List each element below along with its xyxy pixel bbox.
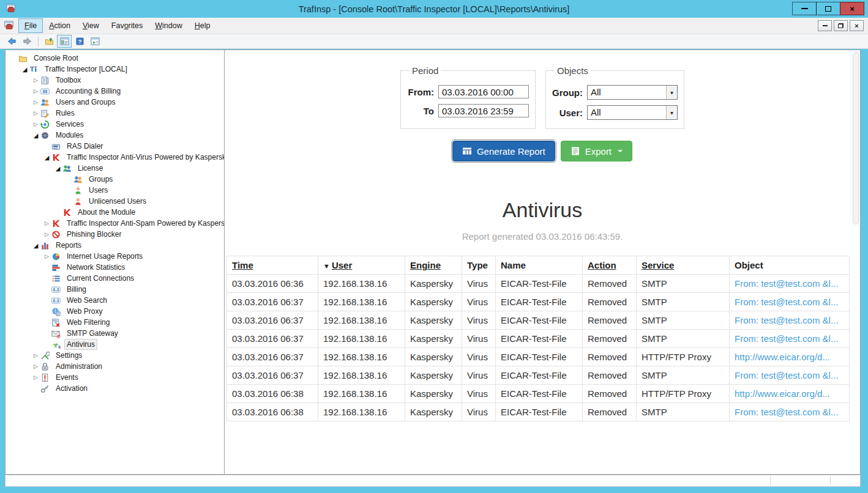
- cell-name: EICAR-Test-File: [496, 366, 583, 385]
- minimize-button[interactable]: [792, 2, 817, 15]
- tree-item-about-the-module[interactable]: About the Module: [6, 207, 224, 218]
- column-header-user[interactable]: ▼User: [318, 256, 405, 275]
- tree-item-billing[interactable]: 6.3Billing: [6, 284, 224, 295]
- tree-item-label: Network Statistics: [64, 262, 127, 273]
- cell-service: SMTP: [637, 330, 730, 348]
- tree-item-traffic-inspector-anti-spam-powered-by-kaspersky[interactable]: ▷Traffic Inspector Anti-Spam Powered by …: [6, 218, 224, 229]
- tree-item-events[interactable]: ▷Events: [6, 372, 224, 383]
- menu-help[interactable]: Help: [189, 18, 217, 33]
- child-close-button[interactable]: ×: [850, 20, 864, 31]
- cell-action: Removed: [583, 366, 637, 385]
- report-generated-text: Report generated 03.03.2016 06:43:59.: [225, 231, 860, 242]
- menu-file[interactable]: File: [18, 18, 43, 33]
- tree-item-modules[interactable]: ◢Modules: [6, 130, 224, 141]
- vertical-scrollbar[interactable]: [851, 50, 860, 474]
- expand-arrow-icon[interactable]: ▷: [31, 363, 40, 369]
- tree-item-reports[interactable]: ◢Reports: [6, 240, 224, 251]
- menu-favorites[interactable]: Favorites: [105, 18, 149, 33]
- expand-arrow-icon[interactable]: ▷: [42, 220, 51, 226]
- collapse-arrow-icon[interactable]: ◢: [31, 132, 40, 139]
- generate-report-button[interactable]: Generate Report: [452, 141, 555, 161]
- tree-item-groups[interactable]: Groups: [6, 174, 224, 185]
- column-header-engine[interactable]: Engine: [405, 256, 462, 275]
- window-controls: ×: [793, 2, 864, 15]
- tree-item-antivirus[interactable]: ☣Antivirus: [6, 339, 224, 350]
- up-one-level-button[interactable]: [42, 35, 56, 48]
- help-button[interactable]: ?: [72, 35, 87, 48]
- object-link[interactable]: From: test@test.com &l...: [730, 403, 850, 421]
- tree-item-unlicensed-users[interactable]: Unlicensed Users: [6, 196, 224, 207]
- close-button[interactable]: ×: [840, 2, 864, 15]
- export-button[interactable]: Export: [561, 141, 632, 161]
- tree-item-activation[interactable]: Activation: [6, 383, 224, 394]
- expand-arrow-icon[interactable]: ▷: [31, 374, 40, 380]
- tree-item-label: Toolbox: [53, 75, 83, 86]
- tree-item-internet-usage-reports[interactable]: ▷Internet Usage Reports: [6, 251, 224, 262]
- tree-item-users[interactable]: Users: [6, 185, 224, 196]
- expand-arrow-icon[interactable]: ▷: [31, 110, 40, 116]
- maximize-button[interactable]: [816, 2, 840, 15]
- collapse-arrow-icon[interactable]: ◢: [31, 242, 40, 249]
- object-link[interactable]: http://www.eicar.org/d...: [730, 385, 850, 403]
- cell-service: SMTP: [637, 311, 730, 330]
- tree-item-network-statistics[interactable]: Network Statistics: [6, 262, 224, 273]
- collapse-arrow-icon[interactable]: ◢: [20, 66, 29, 73]
- tree-item-traffic-inspector-local[interactable]: ◢TTraffic Inspector [LOCAL]: [6, 64, 224, 75]
- menu-action[interactable]: Action: [43, 18, 77, 33]
- expand-arrow-icon[interactable]: ▷: [31, 352, 40, 358]
- user-select[interactable]: All ▾: [587, 105, 678, 120]
- menu-window[interactable]: Window: [149, 18, 188, 33]
- expand-arrow-icon[interactable]: ▷: [42, 253, 51, 259]
- tree-item-web-filtering[interactable]: Web Filtering: [6, 317, 224, 328]
- tree-item-administration[interactable]: ▷Administration: [6, 361, 224, 372]
- collapse-arrow-icon[interactable]: ◢: [42, 154, 51, 161]
- tree-item-console-root[interactable]: Console Root: [6, 53, 224, 64]
- object-link[interactable]: From: test@test.com &l...: [730, 275, 850, 293]
- tree-item-users-and-groups[interactable]: ▷Users and Groups: [6, 97, 224, 108]
- to-input[interactable]: [438, 104, 529, 117]
- menu-view[interactable]: View: [77, 18, 105, 33]
- scrollbar-thumb[interactable]: [853, 52, 859, 224]
- column-header-service[interactable]: Service: [637, 256, 730, 275]
- object-link[interactable]: From: test@test.com &l...: [730, 311, 850, 330]
- cell-service: SMTP: [637, 293, 730, 311]
- group-select[interactable]: All ▾: [587, 85, 678, 100]
- cell-user: 192.168.138.16: [318, 366, 405, 385]
- show-hide-console-tree-button[interactable]: [57, 35, 72, 48]
- column-header-action[interactable]: Action: [583, 256, 637, 275]
- cell-action: Removed: [583, 311, 637, 330]
- tree-item-web-search[interactable]: 6.3Web Search: [6, 295, 224, 306]
- forward-button[interactable]: [20, 35, 34, 48]
- tree-item-smtp-gateway[interactable]: @SMTP Gateway: [6, 328, 224, 339]
- tree-item-toolbox[interactable]: ▷Toolbox: [6, 75, 224, 86]
- show-hide-action-pane-button[interactable]: [88, 35, 102, 48]
- tree-item-label: License: [75, 163, 105, 174]
- child-minimize-button[interactable]: [818, 20, 832, 31]
- back-button[interactable]: [4, 35, 19, 48]
- tree-item-rules[interactable]: ▷Rules: [6, 108, 224, 119]
- expand-arrow-icon[interactable]: ▷: [31, 88, 40, 94]
- tree-item-phishing-blocker[interactable]: ▷Phishing Blocker: [6, 229, 224, 240]
- child-restore-button[interactable]: [834, 20, 848, 31]
- tree-item-license[interactable]: ◢License: [6, 163, 224, 174]
- tree-item-ras-dialer[interactable]: RAS Dialer: [6, 141, 224, 152]
- tree-item-traffic-inspector-anti-virus-powered-by-kaspersky[interactable]: ◢Traffic Inspector Anti-Virus Powered by…: [6, 152, 224, 163]
- object-link[interactable]: http://www.eicar.org/d...: [730, 348, 850, 366]
- expand-arrow-icon[interactable]: ▷: [31, 77, 40, 83]
- object-link[interactable]: From: test@test.com &l...: [730, 366, 850, 385]
- minimize-icon: [823, 25, 828, 26]
- tree-item-current-connections[interactable]: Current Connections: [6, 273, 224, 284]
- collapse-arrow-icon[interactable]: ◢: [53, 165, 62, 172]
- tree-item-services[interactable]: ▷Services: [6, 119, 224, 130]
- expand-arrow-icon[interactable]: ▷: [31, 121, 40, 127]
- expand-arrow-icon[interactable]: ▷: [31, 99, 40, 105]
- tree-item-settings[interactable]: ▷Settings: [6, 350, 224, 361]
- object-link[interactable]: From: test@test.com &l...: [730, 293, 850, 311]
- object-link[interactable]: From: test@test.com &l...: [730, 330, 850, 348]
- tree-item-accounting-billing[interactable]: ▷88Accounting & Billing: [6, 86, 224, 97]
- column-label: Service: [642, 260, 674, 270]
- column-header-time[interactable]: Time: [227, 256, 318, 275]
- tree-item-web-proxy[interactable]: Web Proxy: [6, 306, 224, 317]
- expand-arrow-icon[interactable]: ▷: [42, 231, 51, 237]
- from-input[interactable]: [438, 85, 529, 98]
